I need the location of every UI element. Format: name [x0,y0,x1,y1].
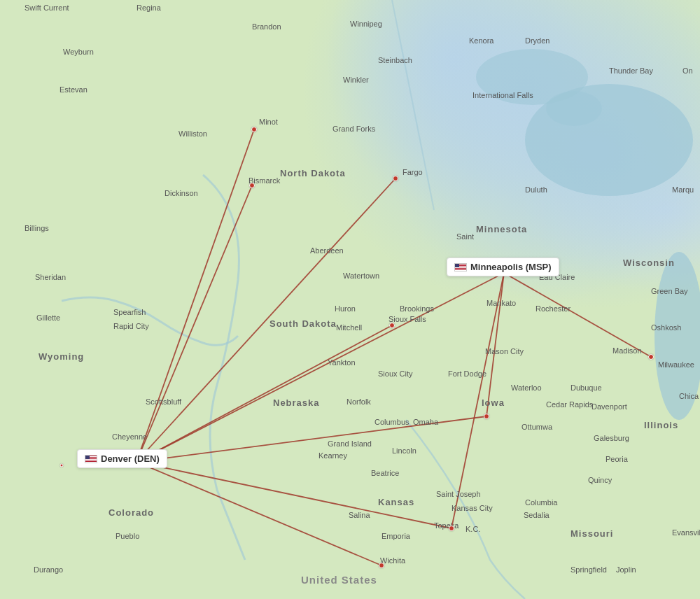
city-dot-mke [648,354,654,360]
city-dot-bis [249,183,255,188]
city-dot-ict [379,563,384,568]
svg-line-12 [504,273,651,357]
city-dot-dsm [484,414,489,419]
city-dot-extra1 [60,464,64,467]
svg-line-8 [136,325,392,462]
city-dot-far [393,176,398,181]
hub-dot-msp [500,269,507,276]
map-container: Swift CurrentReginaBrandonWinnipegKenora… [0,0,700,599]
svg-line-10 [136,416,486,462]
svg-line-4 [136,273,504,462]
svg-line-11 [136,462,451,528]
city-dot-mot [251,127,257,132]
svg-line-14 [451,273,504,528]
svg-line-7 [136,178,396,462]
hub-dot-den [133,458,140,465]
svg-line-6 [136,185,252,462]
city-dot-sfs [389,323,395,328]
svg-line-9 [136,462,382,565]
city-dot-top [449,526,454,531]
routes-svg [0,0,700,599]
svg-point-3 [546,91,602,126]
svg-point-1 [654,252,700,420]
